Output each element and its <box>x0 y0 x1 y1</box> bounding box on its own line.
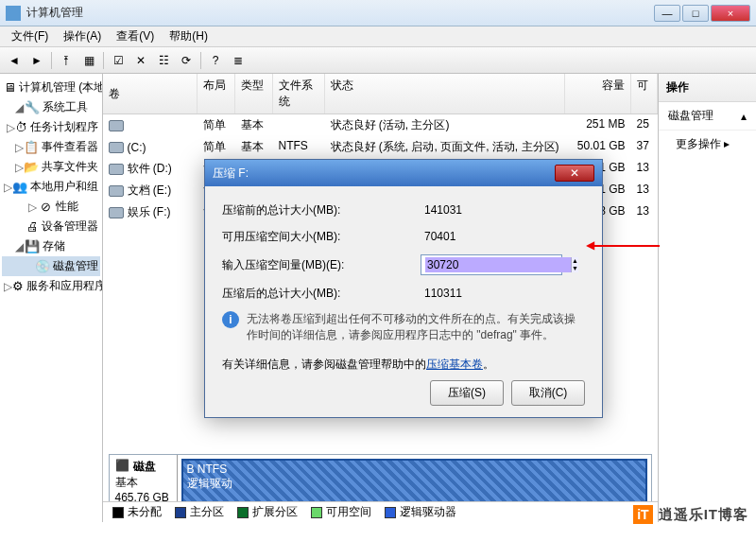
list-button[interactable]: ≣ <box>228 50 249 71</box>
volume-name: 软件 (D:) <box>128 161 172 177</box>
dialog-title: 压缩 F: <box>213 166 555 182</box>
menu-action[interactable]: 操作(A) <box>56 26 109 46</box>
dialog-close-button[interactable]: ✕ <box>555 165 594 182</box>
avail-shrink-label: 可用压缩空间大小(MB): <box>222 229 421 245</box>
menu-file[interactable]: 文件(F) <box>4 26 56 46</box>
drive-icon <box>109 120 124 131</box>
actions-more[interactable]: 更多操作 ▸ <box>659 131 757 158</box>
close-button[interactable]: × <box>711 5 750 22</box>
partition-status: 逻辑驱动 <box>187 476 642 492</box>
tree-users[interactable]: ▷👥本地用户和组 <box>2 177 100 197</box>
shrink-button[interactable]: 压缩(S) <box>430 380 504 406</box>
legend-primary: 主分区 <box>190 504 224 520</box>
shrink-input[interactable] <box>425 257 571 272</box>
tree-root[interactable]: 🖥计算机管理 (本地) <box>2 78 100 97</box>
watermark: iT 逍遥乐IT博客 <box>633 505 748 524</box>
volume-type: 基本 <box>235 115 273 135</box>
volume-avail: 13 <box>631 202 658 222</box>
col-status[interactable]: 状态 <box>325 74 565 113</box>
actions-header: 操作 <box>659 74 757 102</box>
volume-name: 文档 (E:) <box>128 183 172 199</box>
tree-shared[interactable]: ▷📂共享文件夹 <box>2 157 100 177</box>
tree-diskmgmt[interactable]: 💿磁盘管理 <box>2 256 100 276</box>
drive-icon <box>109 207 124 218</box>
legend-ext: 扩展分区 <box>252 504 298 520</box>
volume-status: 状态良好 (活动, 主分区) <box>325 115 565 135</box>
tree-tasksched[interactable]: ▷⏱任务计划程序 <box>2 117 100 137</box>
tree-perf-label: 性能 <box>56 199 78 215</box>
tree-devmgr[interactable]: 🖨设备管理器 <box>2 217 100 236</box>
swatch-ext <box>237 507 249 518</box>
tree-diskmgmt-label: 磁盘管理 <box>53 258 98 274</box>
col-layout[interactable]: 布局 <box>198 74 235 113</box>
watermark-logo: iT <box>633 505 652 524</box>
watermark-text: 逍遥乐IT博客 <box>659 506 748 524</box>
back-button[interactable]: ◄ <box>4 50 25 71</box>
col-avail[interactable]: 可 <box>631 74 658 113</box>
dialog-titlebar[interactable]: 压缩 F: ✕ <box>205 160 602 186</box>
properties-button[interactable]: ☑ <box>108 50 129 71</box>
refresh-button[interactable]: ⟳ <box>176 50 197 71</box>
swatch-free <box>311 507 322 518</box>
volume-layout: 简单 <box>198 137 235 157</box>
before-size-value: 141031 <box>421 201 562 218</box>
swatch-logical <box>385 507 396 518</box>
drive-icon <box>109 185 124 197</box>
forward-button[interactable]: ► <box>26 50 47 71</box>
volume-row[interactable]: (C:)简单基本NTFS状态良好 (系统, 启动, 页面文件, 活动, 主分区)… <box>103 136 658 158</box>
volume-capacity: 50.01 GB <box>565 137 631 157</box>
tree-pane: 🖥计算机管理 (本地) ◢🔧系统工具 ▷⏱任务计划程序 ▷📋事件查看器 ▷📂共享… <box>0 74 103 522</box>
disk-label: 磁盘 <box>133 459 156 475</box>
shrink-dialog: 压缩 F: ✕ 压缩前的总计大小(MB): 141031 可用压缩空间大小(MB… <box>204 159 603 418</box>
volume-capacity: 251 MB <box>565 115 631 135</box>
spin-up-button[interactable]: ▲ <box>572 257 578 265</box>
volume-fs <box>273 115 325 135</box>
tree-services[interactable]: ▷⚙服务和应用程序 <box>2 276 100 296</box>
partition-fs: B NTFS <box>187 462 642 476</box>
shrink-input-label: 输入压缩空间量(MB)(E): <box>222 257 421 273</box>
tree-users-label: 本地用户和组 <box>30 179 98 195</box>
tree-storage[interactable]: ◢💾存储 <box>2 236 100 256</box>
cancel-button[interactable]: 取消(C) <box>511 380 585 406</box>
col-capacity[interactable]: 容量 <box>565 74 631 113</box>
swatch-primary <box>175 507 186 518</box>
drive-icon <box>109 164 124 175</box>
help-link[interactable]: 压缩基本卷 <box>426 358 483 371</box>
help-button[interactable]: ? <box>205 50 226 71</box>
up-button[interactable]: ⭱ <box>56 50 77 71</box>
shrink-input-wrapper: ▲ ▼ <box>421 254 562 275</box>
delete-button[interactable]: ✕ <box>130 50 151 71</box>
tree-storage-label: 存储 <box>43 238 65 254</box>
col-volume[interactable]: 卷 <box>103 74 198 113</box>
tree-eventviewer[interactable]: ▷📋事件查看器 <box>2 137 100 157</box>
volume-row[interactable]: 简单基本状态良好 (活动, 主分区)251 MB25 <box>103 114 658 136</box>
menu-view[interactable]: 查看(V) <box>109 26 162 46</box>
app-icon <box>6 6 21 21</box>
show-hide-button[interactable]: ▦ <box>78 50 99 71</box>
avail-shrink-value: 70401 <box>421 228 562 245</box>
window-titlebar: 计算机管理 — □ × <box>0 0 756 26</box>
actions-section-diskmgmt[interactable]: 磁盘管理▴ <box>659 102 757 131</box>
menu-help[interactable]: 帮助(H) <box>162 26 215 46</box>
volume-name: 娱乐 (F:) <box>128 204 171 220</box>
drive-icon <box>109 142 124 153</box>
volume-avail: 25 <box>631 115 658 135</box>
options-button[interactable]: ☷ <box>153 50 174 71</box>
legend-logical: 逻辑驱动器 <box>400 504 456 520</box>
menubar: 文件(F) 操作(A) 查看(V) 帮助(H) <box>0 26 756 47</box>
volume-layout: 简单 <box>198 115 235 135</box>
legend-unalloc: 未分配 <box>128 504 162 520</box>
dialog-info-text: 无法将卷压缩到超出任何不可移动的文件所在的点。有关完成该操作时间的详细信息，请参… <box>247 311 585 343</box>
minimize-button[interactable]: — <box>654 5 680 22</box>
chevron-right-icon: ▸ <box>724 137 730 150</box>
toolbar: ◄ ► ⭱ ▦ ☑ ✕ ☷ ⟳ ? ≣ <box>0 47 756 74</box>
spin-down-button[interactable]: ▼ <box>572 265 578 272</box>
col-type[interactable]: 类型 <box>235 74 273 113</box>
tree-perf[interactable]: ▷⊘性能 <box>2 197 100 217</box>
tree-systools[interactable]: ◢🔧系统工具 <box>2 97 100 117</box>
col-fs[interactable]: 文件系统 <box>273 74 325 113</box>
tree-shared-label: 共享文件夹 <box>42 159 98 175</box>
maximize-button[interactable]: □ <box>682 5 709 22</box>
dialog-help-text: 有关详细信息，请参阅磁盘管理帮助中的压缩基本卷。 <box>222 357 585 373</box>
after-size-label: 压缩后的总计大小(MB): <box>222 286 421 302</box>
